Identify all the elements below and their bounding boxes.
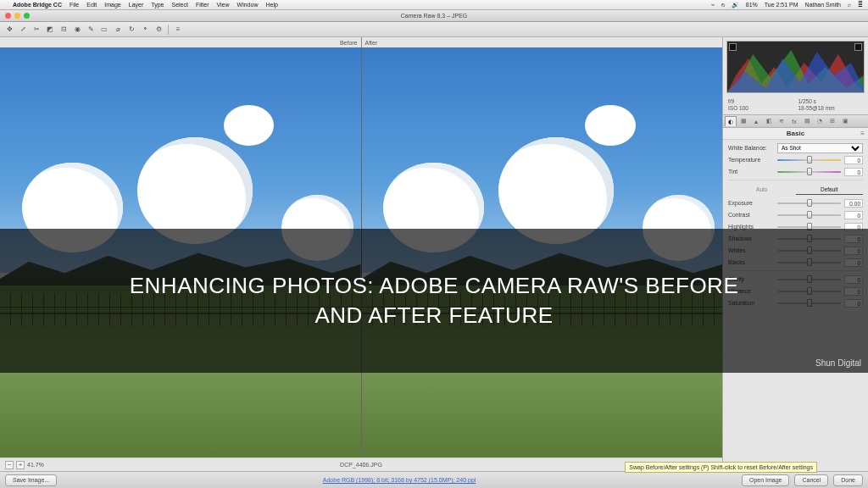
volume-icon[interactable]: 🔊: [732, 2, 739, 8]
menu-filter[interactable]: Filter: [196, 2, 209, 8]
wifi-icon[interactable]: ⎋: [721, 2, 725, 8]
contrast-label: Contrast: [728, 212, 774, 218]
tab-hsl[interactable]: ◧: [763, 116, 775, 126]
battery-pct[interactable]: 81%: [746, 2, 758, 8]
open-image-button[interactable]: Open Image: [742, 474, 790, 486]
window-zoom-button[interactable]: [24, 13, 30, 19]
camera-raw-toolbar: ✥ ⤢ ✂ ◩ ⊟ ◉ ✎ ▭ ⌀ ↻ ⚬ ⚙ ≡: [0, 22, 868, 37]
white-balance-label: White Balance:: [728, 145, 774, 151]
white-balance-tool[interactable]: ✂: [31, 24, 42, 36]
menu-view[interactable]: View: [217, 2, 230, 8]
tint-value[interactable]: 0: [844, 168, 863, 176]
red-eye-tool[interactable]: ⌀: [112, 24, 124, 36]
temperature-value[interactable]: 0: [844, 156, 863, 164]
dialog-footer: Save Image... Adobe RGB (1998); 8 bit; 3…: [0, 471, 868, 488]
tab-camera-calibration[interactable]: ◔: [814, 116, 826, 126]
mac-menubar: Adobe Bridge CC File Edit Image Layer Ty…: [0, 0, 868, 10]
spot-removal-tool[interactable]: ▭: [98, 24, 110, 36]
article-title-overlay: ENHANCING PHOTOS: ADOBE CAMERA RAW'S BEF…: [0, 229, 868, 373]
auto-tone-button[interactable]: Auto: [728, 185, 796, 195]
menu-image[interactable]: Image: [104, 2, 120, 8]
panel-menu-icon[interactable]: ≡: [860, 130, 865, 137]
exposure-value[interactable]: 0.00: [844, 199, 863, 208]
tab-effects[interactable]: ▤: [801, 116, 813, 126]
app-name-menu[interactable]: Adobe Bridge CC: [13, 2, 62, 8]
tab-basic[interactable]: ◐: [725, 116, 737, 126]
spotlight-icon[interactable]: ⌕: [848, 2, 851, 8]
basic-heading-label: Basic: [787, 130, 804, 137]
exif-iso: ISO 100: [728, 105, 793, 111]
panel-tab-strip: ◐ ▦ ▲ ◧ ≋ fx ▤ ◔ ⊞ ▣: [723, 114, 868, 128]
exif-aperture: f/9: [728, 98, 793, 104]
contrast-slider[interactable]: [777, 211, 841, 219]
tint-slider[interactable]: [777, 168, 841, 175]
radial-filter-tool[interactable]: ⚙: [153, 24, 164, 36]
menu-select[interactable]: Select: [171, 2, 187, 8]
swap-before-after-tooltip: Swap Before/After settings (P) Shift-cli…: [625, 462, 817, 473]
basic-panel-heading: Basic ≡: [723, 128, 868, 140]
tab-tone-curve[interactable]: ▦: [737, 116, 749, 126]
adjustment-brush-tool[interactable]: ↻: [125, 24, 137, 36]
zoom-in-button[interactable]: +: [16, 461, 25, 469]
white-balance-select[interactable]: As Shot: [777, 143, 863, 153]
exposure-label: Exposure: [728, 200, 774, 206]
window-title: Camera Raw 8.3 – JPEG: [0, 13, 868, 19]
tab-presets[interactable]: ⊞: [826, 116, 838, 126]
bluetooth-icon[interactable]: ⌁: [711, 2, 715, 8]
after-label: After: [365, 40, 378, 46]
zoom-out-button[interactable]: −: [5, 461, 14, 469]
menu-help[interactable]: Help: [265, 2, 277, 8]
highlight-clipping-toggle[interactable]: [854, 43, 862, 51]
window-minimize-button[interactable]: [14, 13, 20, 19]
before-label: Before: [340, 40, 358, 46]
tab-split-toning[interactable]: ≋: [776, 116, 787, 126]
notification-center-icon[interactable]: ≣: [858, 2, 863, 8]
histogram[interactable]: [726, 41, 865, 93]
menu-layer[interactable]: Layer: [129, 2, 144, 8]
color-sampler-tool[interactable]: ◩: [44, 24, 56, 36]
exif-lens: 18-55@18 mm: [798, 105, 864, 111]
menu-file[interactable]: File: [70, 2, 79, 8]
preview-footer: − + 41.7% DCP_4406.JPG: [0, 458, 722, 471]
window-titlebar[interactable]: Camera Raw 8.3 – JPEG: [0, 10, 868, 22]
crop-tool[interactable]: ◉: [71, 24, 83, 36]
cancel-button[interactable]: Cancel: [794, 474, 828, 486]
default-tone-button[interactable]: Default: [796, 185, 864, 195]
preview-filename: DCP_4406.JPG: [340, 462, 382, 468]
menu-type[interactable]: Type: [151, 2, 164, 8]
shadow-clipping-toggle[interactable]: [729, 43, 737, 51]
tab-detail[interactable]: ▲: [750, 116, 762, 126]
exposure-slider[interactable]: [777, 199, 841, 207]
save-image-button[interactable]: Save Image...: [5, 474, 57, 486]
straighten-tool[interactable]: ✎: [85, 24, 97, 36]
watermark: Shun Digital: [815, 358, 861, 368]
tab-lens-corrections[interactable]: fx: [788, 116, 800, 126]
graduated-filter-tool[interactable]: ⚬: [139, 24, 151, 36]
exif-shutter: 1/250 s: [798, 98, 864, 104]
zoom-tool[interactable]: ✥: [3, 24, 15, 36]
exif-readout: f/9 1/250 s ISO 100 18-55@18 mm: [723, 97, 868, 114]
done-button[interactable]: Done: [833, 474, 863, 486]
temperature-label: Temperature: [728, 157, 774, 163]
preferences-tool[interactable]: ≡: [172, 24, 184, 36]
article-title: ENHANCING PHOTOS: ADOBE CAMERA RAW'S BEF…: [130, 271, 738, 330]
before-after-labels: Before After: [0, 37, 722, 47]
tab-snapshots[interactable]: ▣: [839, 116, 851, 126]
zoom-level-select[interactable]: 41.7%: [27, 462, 44, 468]
tint-label: Tint: [728, 169, 774, 175]
menu-edit[interactable]: Edit: [86, 2, 97, 8]
menubar-time[interactable]: Tue 2:51 PM: [765, 2, 798, 8]
window-close-button[interactable]: [5, 13, 11, 19]
temperature-slider[interactable]: [777, 156, 841, 164]
hand-tool[interactable]: ⤢: [17, 24, 29, 36]
menu-window[interactable]: Window: [237, 2, 259, 8]
targeted-adjustment-tool[interactable]: ⊟: [58, 24, 70, 36]
contrast-value[interactable]: 0: [844, 211, 863, 219]
menubar-user[interactable]: Nathan Smith: [805, 2, 841, 8]
workflow-options-link[interactable]: Adobe RGB (1998); 8 bit; 3168 by 4752 (1…: [62, 477, 737, 483]
